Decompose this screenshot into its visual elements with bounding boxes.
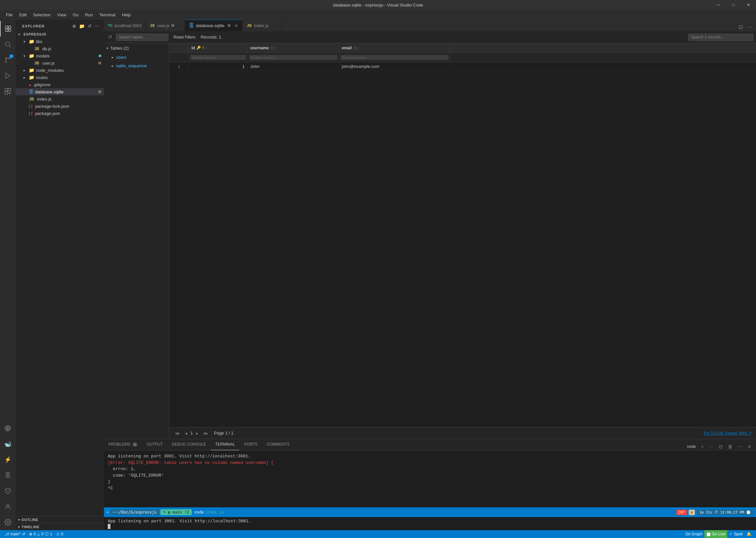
- spacer: ▸: [29, 61, 34, 65]
- terminal-detail-line: }: [108, 479, 752, 485]
- menu-edit[interactable]: Edit: [17, 11, 29, 19]
- split-panel-button[interactable]: ⊡: [717, 443, 725, 450]
- tab-user-js[interactable]: JS user.js M: [146, 20, 185, 31]
- close-panel-button[interactable]: ✕: [745, 443, 753, 450]
- status-git-graph[interactable]: Git Graph: [683, 530, 704, 538]
- file-db-js[interactable]: ▸ JS db.js: [16, 45, 104, 52]
- try-viewer-link[interactable]: Try SQLite Viewer Web ↗: [703, 431, 752, 436]
- table-item-sqlite-sequence[interactable]: ▸ sqlite_sequence: [104, 61, 169, 70]
- terminal-type-button[interactable]: node: [685, 443, 698, 450]
- activity-extensions[interactable]: [0, 83, 16, 99]
- folder-routes[interactable]: ▸ 📁 routes: [16, 74, 104, 81]
- activity-explorer[interactable]: [0, 21, 16, 36]
- search-id[interactable]: [189, 53, 248, 62]
- search-email[interactable]: [339, 53, 450, 62]
- js-icon: JS: [34, 46, 39, 51]
- search-username[interactable]: [248, 53, 339, 62]
- collapse-all-icon[interactable]: ⋯: [94, 23, 100, 29]
- prev-page-button[interactable]: ◂: [183, 430, 189, 437]
- close-button[interactable]: ✕: [741, 0, 756, 10]
- folder-node-modules[interactable]: ▸ 📁 node_modules: [16, 67, 104, 74]
- file-package-lock[interactable]: ▸ { } package-lock.json: [16, 102, 104, 110]
- kill-terminal-button[interactable]: 🗑: [726, 443, 734, 450]
- tab-problems[interactable]: PROBLEMS 1: [104, 439, 142, 450]
- menu-terminal[interactable]: Terminal: [97, 11, 118, 19]
- activity-lightning[interactable]: ⚡: [0, 452, 16, 467]
- first-page-button[interactable]: ⏮: [173, 430, 182, 437]
- folder-models[interactable]: ▾ 📁 models: [16, 52, 104, 59]
- spacer: ▸: [24, 83, 29, 86]
- refresh-icon[interactable]: ↺: [87, 23, 92, 29]
- menu-file[interactable]: File: [3, 11, 15, 19]
- timeline-section[interactable]: ▸ TIMELINE: [16, 523, 104, 530]
- file-user-js[interactable]: ▸ JS user.js M: [16, 59, 104, 67]
- activity-database[interactable]: 🗄: [0, 467, 16, 483]
- menu-view[interactable]: View: [55, 11, 69, 19]
- menu-run[interactable]: Run: [82, 11, 95, 19]
- file-package-json[interactable]: ▸ { } package.json: [16, 110, 104, 117]
- table-item-users[interactable]: ▸ users: [104, 53, 169, 61]
- table-row[interactable]: 1 1 John john@example.com: [169, 62, 756, 71]
- search-id-input[interactable]: [190, 55, 246, 60]
- tab-localhost[interactable]: TC localhost:3001: [104, 20, 146, 31]
- status-warnings2[interactable]: ⚠ 0: [54, 530, 65, 538]
- header-username[interactable]: username ⬚ ↕: [248, 43, 339, 53]
- tab-debug-console[interactable]: DEBUG CONSOLE: [167, 439, 211, 450]
- tab-index-js[interactable]: JS index.js: [242, 20, 282, 31]
- tab-label: PROBLEMS: [108, 442, 130, 447]
- last-page-button[interactable]: ⏭: [202, 430, 210, 437]
- reset-filters-button[interactable]: Reset Filters: [171, 34, 198, 40]
- new-file-icon[interactable]: ⊕: [72, 23, 77, 29]
- menu-go[interactable]: Go: [70, 11, 81, 19]
- tab-close-button[interactable]: ✕: [234, 23, 239, 29]
- tab-modified: M: [228, 24, 230, 27]
- outline-section[interactable]: ▸ OUTLINE: [16, 516, 104, 523]
- file-index-js[interactable]: ▸ JS index.js: [16, 95, 104, 102]
- search-tables-input[interactable]: [116, 34, 168, 41]
- folder-libs[interactable]: ▾ 📁 libs: [16, 38, 104, 45]
- new-folder-icon[interactable]: 📁: [79, 23, 86, 29]
- tab-terminal[interactable]: TERMINAL: [211, 439, 240, 450]
- status-errors[interactable]: ⊗ 0 △ 0 ⓘ 1: [27, 530, 54, 538]
- refresh-button[interactable]: ↺: [106, 33, 113, 41]
- tab-output[interactable]: OUTPUT: [142, 439, 167, 450]
- tab-more-button[interactable]: ⋯: [745, 23, 753, 31]
- file-label: database.sqlite: [35, 89, 63, 94]
- minimize-button[interactable]: —: [711, 0, 726, 10]
- activity-settings[interactable]: [0, 514, 16, 530]
- split-terminal-button[interactable]: ⋯: [707, 443, 716, 450]
- activity-docker[interactable]: 🐋: [0, 436, 16, 452]
- status-spell-check[interactable]: ✓ Spell: [727, 530, 744, 538]
- more-terminal-button[interactable]: ⋯: [736, 443, 744, 450]
- activity-account[interactable]: [0, 499, 16, 514]
- tab-ports[interactable]: PORTS: [240, 439, 262, 450]
- project-root[interactable]: ▾ EXPRESSJS: [16, 31, 104, 38]
- activity-search[interactable]: [0, 36, 16, 52]
- file-database-sqlite[interactable]: ▸ 🗄 database.sqlite M: [16, 88, 104, 95]
- error-icon: ⊗: [29, 532, 32, 536]
- tab-comments[interactable]: COMMENTS: [262, 439, 294, 450]
- tab-database-sqlite[interactable]: 🗄 database.sqlite M ✕: [185, 20, 243, 31]
- search-username-input[interactable]: [249, 55, 337, 60]
- split-editor-button[interactable]: ⊡: [737, 23, 744, 31]
- header-email[interactable]: email ⬚ ↕: [339, 43, 450, 53]
- menu-selection[interactable]: Selection: [30, 11, 53, 19]
- activity-run[interactable]: [0, 68, 16, 83]
- next-page-button[interactable]: ▸: [194, 430, 200, 437]
- header-id[interactable]: id 🔑 # ↕: [189, 43, 248, 53]
- menu-help[interactable]: Help: [119, 11, 133, 19]
- status-branch[interactable]: ⎇ main* ↺: [3, 530, 27, 538]
- search-records-input[interactable]: [688, 34, 753, 41]
- new-terminal-button[interactable]: +: [699, 443, 706, 450]
- activity-remote[interactable]: [0, 420, 16, 436]
- status-go-live[interactable]: ⬤ Go Live: [704, 530, 727, 538]
- maximize-button[interactable]: □: [726, 0, 741, 10]
- activity-source-control[interactable]: 2: [0, 52, 16, 68]
- file-gitignore[interactable]: ▸ ⬥ .gitignore: [16, 81, 104, 88]
- search-email-input[interactable]: [340, 55, 448, 60]
- tables-header[interactable]: ▾ Tables (2): [104, 43, 169, 53]
- activity-layers[interactable]: [0, 483, 16, 499]
- hash-icon: #: [202, 46, 204, 50]
- status-notifications[interactable]: 🔔: [744, 530, 753, 538]
- tab-label: DEBUG CONSOLE: [172, 442, 206, 447]
